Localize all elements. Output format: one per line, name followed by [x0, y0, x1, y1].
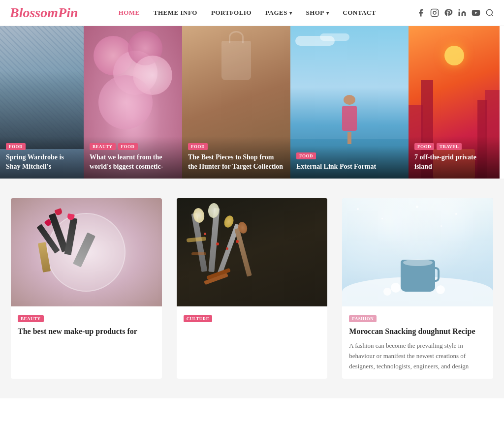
- post-info-3: FASHION Moroccan Snacking doughnut Recip…: [342, 306, 493, 379]
- hero-card-1[interactable]: FOOD Spring Wardrobe is Shay Mitchell's: [0, 26, 84, 179]
- nav-pages[interactable]: PAGES ▾: [265, 9, 292, 17]
- card-tag-food: FOOD: [414, 143, 434, 150]
- card-title: What we learnt from the world's biggest …: [90, 153, 176, 172]
- main-nav: HOME THEME INFO PORTFOLIO PAGES ▾ SHOP ▾…: [78, 9, 417, 17]
- nav-contact[interactable]: CONTACT: [343, 9, 376, 17]
- card-title: 7 off-the-grid private island: [414, 153, 494, 172]
- card-title: External Link Post Format: [296, 162, 403, 172]
- svg-point-3: [459, 9, 460, 11]
- nav-shop[interactable]: SHOP ▾: [306, 9, 329, 17]
- hero-card-4[interactable]: FOOD External Link Post Format: [290, 26, 409, 179]
- post-info-2: CULTURE: [177, 306, 328, 333]
- card-tag: FOOD: [6, 143, 26, 150]
- svg-point-1: [433, 11, 436, 14]
- post-excerpt-3: A fashion can become the prevailing styl…: [349, 341, 486, 371]
- logo-pink: Pin: [58, 5, 78, 20]
- main-content: BEAUTY The best new make-up products for: [0, 179, 504, 398]
- hero-slider: FOOD Spring Wardrobe is Shay Mitchell's …: [0, 26, 504, 179]
- youtube-icon[interactable]: [472, 8, 480, 17]
- site-logo[interactable]: BlossomPin: [10, 5, 78, 21]
- post-title-3: Moroccan Snacking doughnut Recipe: [349, 326, 486, 337]
- facebook-icon[interactable]: [416, 8, 425, 17]
- hero-card-2[interactable]: BEAUTY FOOD What we learnt from the worl…: [84, 26, 182, 179]
- post-image-1: [11, 198, 162, 306]
- post-title-1: The best new make-up products for: [18, 326, 155, 337]
- hero-card-3[interactable]: FOOD The Best Pieces to Shop from the Hu…: [182, 26, 290, 179]
- card-tag-food: FOOD: [118, 143, 138, 150]
- card-tag-food: FOOD: [296, 152, 316, 159]
- post-tag[interactable]: FASHION: [349, 315, 377, 322]
- post-image-3: [342, 198, 493, 306]
- logo-text: BlossomPin: [10, 5, 78, 21]
- post-card-2[interactable]: CULTURE: [177, 198, 328, 379]
- card-tag-beauty: BEAUTY: [90, 143, 116, 150]
- post-tag[interactable]: BEAUTY: [18, 315, 44, 322]
- instagram-icon[interactable]: [430, 8, 439, 17]
- social-icons: [416, 8, 494, 17]
- search-icon: [485, 8, 494, 17]
- svg-line-6: [491, 14, 493, 16]
- pages-chevron: ▾: [289, 10, 292, 16]
- shop-chevron: ▾: [326, 10, 329, 16]
- linkedin-icon[interactable]: [458, 8, 467, 17]
- post-card-3[interactable]: FASHION Moroccan Snacking doughnut Recip…: [342, 198, 493, 379]
- hero-card-5[interactable]: FOOD TRAVEL 7 off-the-grid private islan…: [409, 26, 500, 179]
- svg-point-2: [436, 10, 437, 11]
- posts-grid: BEAUTY The best new make-up products for: [11, 198, 493, 379]
- post-info-1: BEAUTY The best new make-up products for: [11, 306, 162, 348]
- pinterest-icon[interactable]: [444, 8, 453, 17]
- post-card-1[interactable]: BEAUTY The best new make-up products for: [11, 198, 162, 379]
- card-tag-food: FOOD: [188, 143, 208, 150]
- nav-portfolio[interactable]: PORTFOLIO: [211, 9, 252, 17]
- card-tag-travel: TRAVEL: [437, 143, 462, 150]
- nav-home[interactable]: HOME: [119, 9, 140, 17]
- post-image-2: [177, 198, 328, 306]
- post-tag[interactable]: CULTURE: [184, 315, 213, 322]
- card-title: Spring Wardrobe is Shay Mitchell's: [6, 153, 78, 172]
- svg-rect-0: [431, 9, 439, 17]
- search-button[interactable]: [485, 8, 494, 17]
- nav-theme-info[interactable]: THEME INFO: [154, 9, 197, 17]
- svg-point-5: [486, 9, 492, 15]
- site-header: BlossomPin HOME THEME INFO PORTFOLIO PAG…: [0, 0, 504, 26]
- logo-black: Blossom: [10, 5, 58, 20]
- card-title: The Best Pieces to Shop from the Hunter …: [188, 153, 284, 172]
